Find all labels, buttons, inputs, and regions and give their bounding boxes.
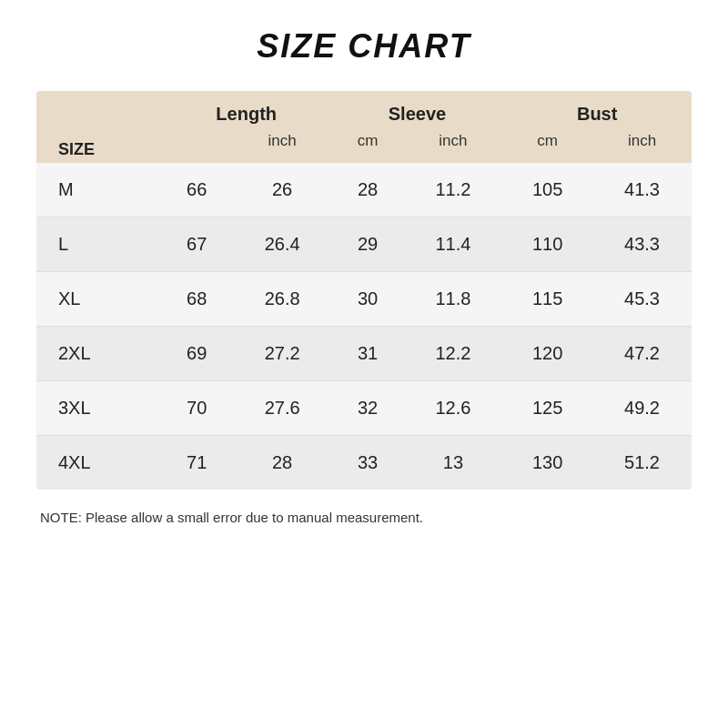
table-cell: 4XL <box>36 436 161 490</box>
col-subheader-bust-cm: cm <box>502 128 592 163</box>
table-cell: 33 <box>332 436 404 490</box>
table-cell: 26.8 <box>233 272 332 327</box>
table-row: M66262811.210541.3 <box>36 163 692 217</box>
table-cell: 27.6 <box>233 381 332 436</box>
table-cell: 31 <box>332 327 404 381</box>
table-row: L6726.42911.411043.3 <box>36 217 692 272</box>
table-cell: 49.2 <box>592 381 692 436</box>
table-cell: 32 <box>332 381 404 436</box>
table-cell: 70 <box>161 381 233 436</box>
table-cell: 66 <box>161 163 233 217</box>
col-subheader-sleeve-inch: inch <box>403 128 502 163</box>
table-cell: 12.2 <box>403 327 502 381</box>
size-chart-table-wrapper: SIZE Length Sleeve Bust cm inch cm inch … <box>36 91 692 490</box>
table-cell: 27.2 <box>233 327 332 381</box>
table-cell: 30 <box>332 272 404 327</box>
table-cell: 11.8 <box>403 272 502 327</box>
table-row: 4XL7128331313051.2 <box>36 436 692 490</box>
table-cell: 105 <box>502 163 592 217</box>
table-cell: 3XL <box>36 381 161 436</box>
table-cell: L <box>36 217 161 272</box>
table-cell: 69 <box>161 327 233 381</box>
table-cell: 26 <box>233 163 332 217</box>
table-cell: 12.6 <box>403 381 502 436</box>
col-subheader-sleeve-cm: cm <box>332 128 404 163</box>
table-cell: 11.4 <box>403 217 502 272</box>
col-header-size: SIZE <box>36 91 161 163</box>
table-cell: 51.2 <box>592 436 692 490</box>
col-header-length: Length <box>161 91 332 128</box>
table-cell: 130 <box>502 436 592 490</box>
table-cell: 28 <box>332 163 404 217</box>
table-cell: 43.3 <box>592 217 692 272</box>
note-text: NOTE: Please allow a small error due to … <box>36 510 692 525</box>
table-cell: M <box>36 163 161 217</box>
col-subheader-bust-inch: inch <box>592 128 692 163</box>
table-cell: 67 <box>161 217 233 272</box>
table-row: 3XL7027.63212.612549.2 <box>36 381 692 436</box>
table-cell: 2XL <box>36 327 161 381</box>
table-cell: 120 <box>502 327 592 381</box>
size-chart-table: SIZE Length Sleeve Bust cm inch cm inch … <box>36 91 692 490</box>
table-row: XL6826.83011.811545.3 <box>36 272 692 327</box>
col-header-sleeve: Sleeve <box>332 91 503 128</box>
table-cell: 71 <box>161 436 233 490</box>
table-cell: 29 <box>332 217 404 272</box>
table-cell: 110 <box>502 217 592 272</box>
table-cell: 28 <box>233 436 332 490</box>
table-cell: 47.2 <box>592 327 692 381</box>
table-cell: 115 <box>502 272 592 327</box>
col-header-bust: Bust <box>502 91 692 128</box>
col-subheader-length-inch: inch <box>233 128 332 163</box>
table-cell: 125 <box>502 381 592 436</box>
table-cell: 45.3 <box>592 272 692 327</box>
table-cell: 26.4 <box>233 217 332 272</box>
table-cell: 41.3 <box>592 163 692 217</box>
table-cell: XL <box>36 272 161 327</box>
table-cell: 13 <box>403 436 502 490</box>
table-row: 2XL6927.23112.212047.2 <box>36 327 692 381</box>
table-cell: 11.2 <box>403 163 502 217</box>
page-title: SIZE CHART <box>257 27 470 66</box>
table-cell: 68 <box>161 272 233 327</box>
